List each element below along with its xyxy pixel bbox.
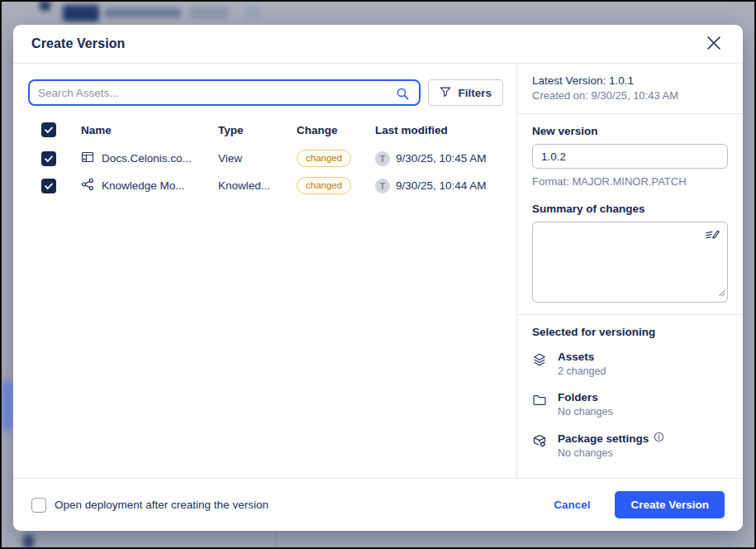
user-avatar: T	[375, 179, 390, 193]
dialog-title: Create Version	[31, 36, 125, 51]
background-tab-title	[105, 8, 181, 17]
filters-label: Filters	[458, 87, 492, 99]
version-details-pane: Latest Version: 1.0.1 Created on: 9/30/2…	[516, 64, 743, 478]
background-active-tab	[63, 5, 99, 21]
selected-title: Selected for versioning	[532, 326, 728, 338]
table-header-row: Name Type Change Last modified	[28, 120, 503, 140]
row-checkbox[interactable]	[41, 179, 56, 193]
new-version-input[interactable]	[532, 144, 728, 169]
filter-funnel-icon	[440, 86, 451, 100]
view-asset-icon	[81, 150, 94, 166]
background-bottom-divider	[275, 532, 277, 549]
select-all-checkbox[interactable]	[41, 122, 56, 137]
close-button[interactable]	[703, 32, 725, 56]
background-add-tab-button	[245, 6, 260, 19]
background-app-icon	[40, 0, 50, 11]
filters-button[interactable]: Filters	[428, 79, 503, 106]
dialog-body: Filters Name Type Change Last modified	[13, 64, 743, 478]
create-version-dialog: Create Version	[13, 25, 743, 531]
latest-version-text: Latest Version: 1.0.1	[532, 74, 728, 87]
selected-for-versioning-section: Selected for versioning Assets 2 changed	[517, 315, 743, 470]
dialog-header: Create Version	[13, 25, 743, 64]
screen: Create Version	[0, 0, 756, 549]
background-bottom-icon	[23, 535, 34, 548]
table-row[interactable]: Knowledge Mo... Knowled... changed T 9/3…	[28, 172, 503, 199]
version-format-hint: Format: MAJOR.MINOR.PATCH	[532, 175, 728, 188]
user-avatar: T	[375, 151, 390, 166]
open-deployment-checkbox[interactable]	[31, 498, 46, 513]
list-item-assets: Assets 2 changed	[532, 351, 728, 377]
info-icon[interactable]	[654, 432, 664, 445]
change-badge: changed	[297, 177, 351, 194]
folder-icon	[532, 393, 547, 411]
asset-type: Knowled...	[218, 179, 297, 192]
close-icon	[705, 34, 723, 55]
create-version-button[interactable]: Create Version	[615, 491, 725, 518]
item-sublabel: No changes	[558, 447, 664, 459]
cancel-button[interactable]: Cancel	[554, 499, 590, 511]
item-label: Folders	[558, 391, 613, 403]
created-on-text: Created on: 9/30/25, 10:43 AM	[532, 89, 728, 102]
item-label: Assets	[558, 351, 606, 363]
new-version-section: New version Format: MAJOR.MINOR.PATCH Su…	[517, 114, 743, 315]
column-header-name: Name	[81, 124, 218, 136]
asset-name: Knowledge Mo...	[102, 179, 185, 192]
search-input[interactable]	[30, 81, 419, 104]
assets-pane: Filters Name Type Change Last modified	[13, 64, 516, 478]
open-deployment-option[interactable]: Open deployment after creating the versi…	[31, 498, 269, 513]
asset-type: View	[218, 152, 297, 165]
last-modified-value: 9/30/25, 10:45 AM	[396, 152, 487, 165]
column-header-change: Change	[297, 124, 375, 136]
latest-version-section: Latest Version: 1.0.1 Created on: 9/30/2…	[517, 64, 743, 114]
new-version-label: New version	[532, 125, 728, 137]
search-row: Filters	[28, 79, 503, 106]
package-settings-icon	[532, 433, 547, 451]
knowledge-model-icon	[81, 178, 94, 193]
change-badge: changed	[297, 150, 351, 167]
summary-field-wrap	[532, 222, 728, 303]
search-box	[28, 79, 421, 106]
item-sublabel: No changes	[558, 406, 613, 418]
dialog-footer: Open deployment after creating the versi…	[13, 478, 743, 531]
list-item-package-settings: Package settings No changes	[532, 432, 728, 459]
asset-name: Docs.Celonis.co...	[102, 152, 192, 165]
background-view-chip	[190, 7, 228, 19]
footer-actions: Cancel Create Version	[554, 491, 725, 518]
column-header-last-modified: Last modified	[375, 124, 503, 136]
last-modified-value: 9/30/25, 10:44 AM	[396, 179, 487, 192]
column-header-type: Type	[218, 124, 297, 136]
summary-label: Summary of changes	[532, 203, 728, 215]
list-item-folders: Folders No changes	[532, 391, 728, 418]
search-icon[interactable]	[396, 87, 410, 104]
background-sidebar-selected-item	[2, 380, 12, 432]
table-row[interactable]: Docs.Celonis.co... View changed T 9/30/2…	[28, 145, 503, 172]
open-deployment-label: Open deployment after creating the versi…	[55, 499, 269, 511]
layers-icon	[532, 352, 547, 370]
item-sublabel: 2 changed	[558, 365, 606, 377]
summary-textarea[interactable]	[532, 222, 728, 303]
item-label: Package settings	[558, 432, 664, 445]
row-checkbox[interactable]	[41, 151, 56, 166]
assets-table: Name Type Change Last modified	[28, 120, 503, 199]
